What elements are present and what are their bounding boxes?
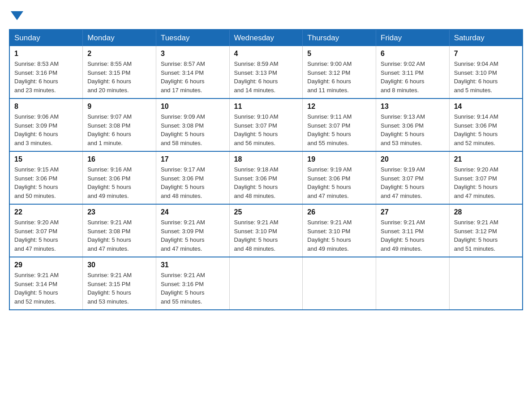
calendar-cell: 22 Sunrise: 9:20 AMSunset: 3:07 PMDaylig… — [9, 204, 83, 257]
day-info: Sunrise: 9:06 AMSunset: 3:09 PMDaylight:… — [14, 112, 78, 147]
day-info: Sunrise: 9:04 AMSunset: 3:10 PMDaylight:… — [454, 60, 518, 94]
day-info: Sunrise: 9:18 AMSunset: 3:06 PMDaylight:… — [234, 165, 298, 200]
day-info: Sunrise: 9:09 AMSunset: 3:08 PMDaylight:… — [161, 112, 225, 147]
day-info: Sunrise: 9:19 AMSunset: 3:07 PMDaylight:… — [381, 165, 445, 200]
calendar-cell: 28 Sunrise: 9:21 AMSunset: 3:12 PMDaylig… — [449, 204, 523, 257]
day-info: Sunrise: 9:17 AMSunset: 3:06 PMDaylight:… — [161, 165, 225, 200]
day-info: Sunrise: 9:14 AMSunset: 3:06 PMDaylight:… — [454, 112, 518, 147]
day-number: 21 — [454, 155, 518, 163]
day-info: Sunrise: 9:21 AMSunset: 3:15 PMDaylight:… — [87, 271, 151, 306]
calendar-week-1: 1 Sunrise: 8:53 AMSunset: 3:16 PMDayligh… — [9, 46, 523, 98]
calendar-cell: 13 Sunrise: 9:13 AMSunset: 3:06 PMDaylig… — [376, 98, 450, 151]
logo — [9, 9, 23, 20]
day-info: Sunrise: 9:21 AMSunset: 3:09 PMDaylight:… — [161, 218, 225, 253]
column-header-friday: Friday — [376, 30, 450, 46]
day-number: 24 — [161, 208, 225, 216]
day-number: 22 — [14, 208, 78, 216]
logo-arrow-icon — [11, 11, 23, 20]
logo-arrow-container — [10, 9, 23, 20]
calendar-cell: 30 Sunrise: 9:21 AMSunset: 3:15 PMDaylig… — [83, 257, 156, 310]
day-info: Sunrise: 9:11 AMSunset: 3:07 PMDaylight:… — [307, 112, 371, 147]
day-info: Sunrise: 8:59 AMSunset: 3:13 PMDaylight:… — [234, 60, 298, 94]
day-info: Sunrise: 9:20 AMSunset: 3:07 PMDaylight:… — [14, 218, 78, 253]
column-header-tuesday: Tuesday — [156, 30, 229, 46]
column-header-saturday: Saturday — [449, 30, 523, 46]
calendar-cell: 8 Sunrise: 9:06 AMSunset: 3:09 PMDayligh… — [9, 98, 83, 151]
day-number: 15 — [14, 155, 78, 163]
calendar-cell: 12 Sunrise: 9:11 AMSunset: 3:07 PMDaylig… — [303, 98, 376, 151]
day-info: Sunrise: 9:21 AMSunset: 3:14 PMDaylight:… — [14, 271, 78, 306]
day-info: Sunrise: 9:21 AMSunset: 3:12 PMDaylight:… — [454, 218, 518, 253]
calendar-cell: 10 Sunrise: 9:09 AMSunset: 3:08 PMDaylig… — [156, 98, 229, 151]
day-number: 10 — [161, 103, 225, 111]
calendar-cell: 11 Sunrise: 9:10 AMSunset: 3:07 PMDaylig… — [229, 98, 303, 151]
day-number: 12 — [307, 103, 371, 111]
calendar-cell: 4 Sunrise: 8:59 AMSunset: 3:13 PMDayligh… — [229, 46, 303, 98]
page-header — [9, 9, 523, 20]
calendar-week-5: 29 Sunrise: 9:21 AMSunset: 3:14 PMDaylig… — [9, 257, 523, 310]
day-number: 11 — [234, 103, 298, 111]
calendar-header-row: SundayMondayTuesdayWednesdayThursdayFrid… — [9, 30, 523, 46]
calendar-cell — [449, 257, 523, 310]
column-header-wednesday: Wednesday — [229, 30, 303, 46]
day-info: Sunrise: 9:16 AMSunset: 3:06 PMDaylight:… — [87, 165, 151, 200]
day-info: Sunrise: 9:20 AMSunset: 3:07 PMDaylight:… — [454, 165, 518, 200]
calendar-cell: 2 Sunrise: 8:55 AMSunset: 3:15 PMDayligh… — [83, 46, 156, 98]
day-info: Sunrise: 9:15 AMSunset: 3:06 PMDaylight:… — [14, 165, 78, 200]
day-number: 17 — [161, 155, 225, 163]
calendar-cell: 21 Sunrise: 9:20 AMSunset: 3:07 PMDaylig… — [449, 151, 523, 204]
calendar-cell: 9 Sunrise: 9:07 AMSunset: 3:08 PMDayligh… — [83, 98, 156, 151]
column-header-monday: Monday — [83, 30, 156, 46]
column-header-sunday: Sunday — [9, 30, 83, 46]
day-info: Sunrise: 9:21 AMSunset: 3:10 PMDaylight:… — [307, 218, 371, 253]
calendar-cell: 19 Sunrise: 9:19 AMSunset: 3:06 PMDaylig… — [303, 151, 376, 204]
day-number: 1 — [14, 50, 78, 58]
calendar-cell: 17 Sunrise: 9:17 AMSunset: 3:06 PMDaylig… — [156, 151, 229, 204]
calendar-cell: 26 Sunrise: 9:21 AMSunset: 3:10 PMDaylig… — [303, 204, 376, 257]
calendar-cell: 7 Sunrise: 9:04 AMSunset: 3:10 PMDayligh… — [449, 46, 523, 98]
day-number: 18 — [234, 155, 298, 163]
calendar-cell: 31 Sunrise: 9:21 AMSunset: 3:16 PMDaylig… — [156, 257, 229, 310]
day-info: Sunrise: 9:02 AMSunset: 3:11 PMDaylight:… — [381, 60, 445, 94]
day-number: 4 — [234, 50, 298, 58]
day-number: 31 — [161, 261, 225, 269]
calendar-cell: 3 Sunrise: 8:57 AMSunset: 3:14 PMDayligh… — [156, 46, 229, 98]
calendar-cell: 5 Sunrise: 9:00 AMSunset: 3:12 PMDayligh… — [303, 46, 376, 98]
calendar-cell — [229, 257, 303, 310]
day-info: Sunrise: 9:21 AMSunset: 3:11 PMDaylight:… — [381, 218, 445, 253]
calendar-cell: 20 Sunrise: 9:19 AMSunset: 3:07 PMDaylig… — [376, 151, 450, 204]
day-info: Sunrise: 8:55 AMSunset: 3:15 PMDaylight:… — [87, 60, 151, 94]
calendar-cell — [303, 257, 376, 310]
calendar-cell: 18 Sunrise: 9:18 AMSunset: 3:06 PMDaylig… — [229, 151, 303, 204]
day-number: 30 — [87, 261, 151, 269]
day-number: 3 — [161, 50, 225, 58]
calendar-cell: 25 Sunrise: 9:21 AMSunset: 3:10 PMDaylig… — [229, 204, 303, 257]
day-info: Sunrise: 9:13 AMSunset: 3:06 PMDaylight:… — [381, 112, 445, 147]
day-info: Sunrise: 9:19 AMSunset: 3:06 PMDaylight:… — [307, 165, 371, 200]
day-number: 19 — [307, 155, 371, 163]
day-info: Sunrise: 9:10 AMSunset: 3:07 PMDaylight:… — [234, 112, 298, 147]
calendar-cell: 6 Sunrise: 9:02 AMSunset: 3:11 PMDayligh… — [376, 46, 450, 98]
day-number: 13 — [381, 103, 445, 111]
calendar-cell — [376, 257, 450, 310]
day-info: Sunrise: 9:21 AMSunset: 3:08 PMDaylight:… — [87, 218, 151, 253]
day-info: Sunrise: 9:21 AMSunset: 3:16 PMDaylight:… — [161, 271, 225, 306]
calendar-table: SundayMondayTuesdayWednesdayThursdayFrid… — [9, 29, 523, 310]
calendar-cell: 29 Sunrise: 9:21 AMSunset: 3:14 PMDaylig… — [9, 257, 83, 310]
day-number: 7 — [454, 50, 518, 58]
day-number: 14 — [454, 103, 518, 111]
day-info: Sunrise: 9:21 AMSunset: 3:10 PMDaylight:… — [234, 218, 298, 253]
day-number: 27 — [381, 208, 445, 216]
calendar-cell: 27 Sunrise: 9:21 AMSunset: 3:11 PMDaylig… — [376, 204, 450, 257]
calendar-cell: 15 Sunrise: 9:15 AMSunset: 3:06 PMDaylig… — [9, 151, 83, 204]
calendar-cell: 1 Sunrise: 8:53 AMSunset: 3:16 PMDayligh… — [9, 46, 83, 98]
calendar-cell: 23 Sunrise: 9:21 AMSunset: 3:08 PMDaylig… — [83, 204, 156, 257]
day-number: 16 — [87, 155, 151, 163]
day-number: 6 — [381, 50, 445, 58]
day-number: 20 — [381, 155, 445, 163]
calendar-week-3: 15 Sunrise: 9:15 AMSunset: 3:06 PMDaylig… — [9, 151, 523, 204]
day-number: 8 — [14, 103, 78, 111]
day-info: Sunrise: 8:57 AMSunset: 3:14 PMDaylight:… — [161, 60, 225, 94]
day-number: 28 — [454, 208, 518, 216]
day-number: 26 — [307, 208, 371, 216]
